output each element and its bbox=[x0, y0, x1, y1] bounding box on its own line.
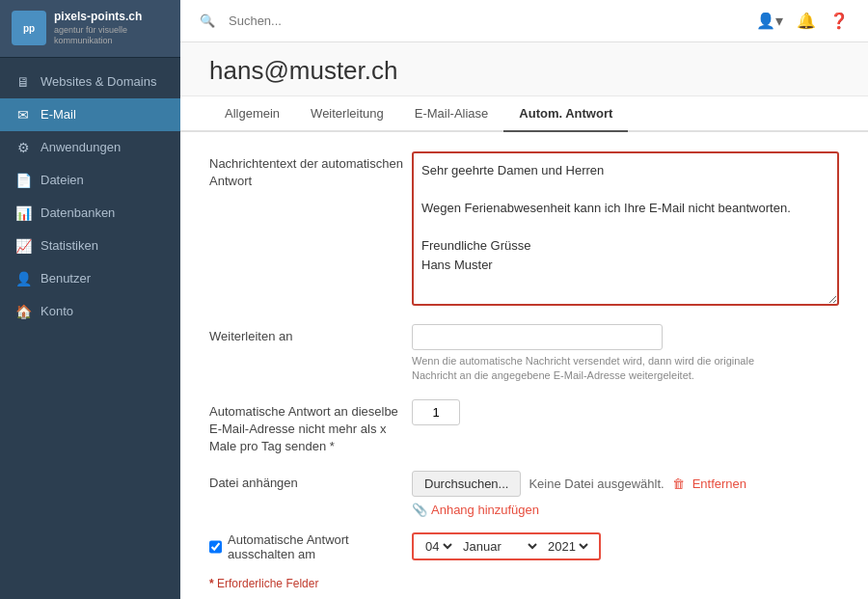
konto-icon: 🏠 bbox=[15, 304, 31, 319]
sidebar-item-email[interactable]: ✉ E-Mail bbox=[0, 98, 180, 131]
forward-label: Weiterleiten an bbox=[209, 324, 412, 345]
sidebar-label-benutzer: Benutzer bbox=[41, 271, 91, 286]
sidebar-item-benutzer[interactable]: 👤 Benutzer bbox=[0, 262, 180, 295]
page-header: hans@muster.ch bbox=[180, 42, 868, 96]
websites-icon: 🖥 bbox=[15, 74, 31, 90]
page-title: hans@muster.ch bbox=[209, 56, 839, 86]
email-icon: ✉ bbox=[15, 107, 31, 123]
help-icon[interactable]: ❓ bbox=[829, 12, 849, 30]
sidebar-item-dateien[interactable]: 📄 Dateien bbox=[0, 164, 180, 197]
limit-label: Automatische Antwort an dieselbe E-Mail-… bbox=[209, 399, 412, 456]
req-star: * bbox=[209, 577, 214, 590]
message-row: Nachrichtentext der automatischen Antwor… bbox=[209, 151, 839, 309]
forward-row: Weiterleiten an Wenn die automatische Na… bbox=[209, 324, 839, 384]
attach-row: Datei anhängen Durchsuchen... Keine Date… bbox=[209, 471, 839, 517]
topbar-icons: 👤▾ 🔔 ❓ bbox=[756, 12, 849, 30]
tab-weiterleitung[interactable]: Weiterleitung bbox=[295, 96, 399, 132]
tab-email-aliase[interactable]: E-Mail-Aliase bbox=[399, 96, 504, 132]
sidebar-item-datenbanken[interactable]: 📊 Datenbanken bbox=[0, 197, 180, 230]
tabs: Allgemein Weiterleitung E-Mail-Aliase Au… bbox=[180, 96, 868, 132]
browse-button[interactable]: Durchsuchen... bbox=[412, 471, 521, 497]
sidebar-label-anwendungen: Anwendungen bbox=[41, 140, 121, 154]
attach-label: Datei anhängen bbox=[209, 471, 412, 492]
statistiken-icon: 📈 bbox=[15, 238, 31, 254]
logo: pp pixels-points.ch agentur für visuelle… bbox=[0, 0, 180, 58]
req-note: * Erforderliche Felder bbox=[209, 577, 839, 590]
forward-control: Wenn die automatische Nachricht versende… bbox=[412, 324, 839, 384]
sidebar-label-websites: Websites & Domains bbox=[41, 74, 156, 89]
content-area: Nachrichtentext der automatischen Antwor… bbox=[180, 132, 868, 599]
date-selects: 04 Januar Februar März April Mai Juni Ju… bbox=[412, 532, 601, 560]
sidebar-label-konto: Konto bbox=[41, 304, 73, 318]
file-row: Durchsuchen... Keine Datei ausgewählt. 🗑… bbox=[412, 471, 839, 497]
auto-off-label[interactable]: Automatische Antwort ausschalten am bbox=[209, 532, 412, 561]
logo-icon: pp bbox=[12, 11, 46, 45]
add-attachment-label: Anhang hinzufügen bbox=[431, 503, 539, 517]
sidebar-item-websites-domains[interactable]: 🖥 Websites & Domains bbox=[0, 66, 180, 98]
auto-off-label-text: Automatische Antwort ausschalten am bbox=[228, 532, 412, 561]
limit-control bbox=[412, 399, 839, 425]
attach-control: Durchsuchen... Keine Datei ausgewählt. 🗑… bbox=[412, 471, 839, 517]
sidebar-item-statistiken[interactable]: 📈 Statistiken bbox=[0, 230, 180, 262]
auto-off-checkbox[interactable] bbox=[209, 540, 222, 554]
bell-icon[interactable]: 🔔 bbox=[797, 12, 816, 30]
sidebar-item-anwendungen[interactable]: ⚙ Anwendungen bbox=[0, 131, 180, 164]
logo-subtitle: agentur für visuelle kommunikation bbox=[54, 25, 169, 47]
add-attachment-link[interactable]: 📎 Anhang hinzufügen bbox=[412, 503, 839, 517]
anwendungen-icon: ⚙ bbox=[15, 140, 31, 155]
add-attachment-icon: 📎 bbox=[412, 503, 427, 517]
limit-row: Automatische Antwort an dieselbe E-Mail-… bbox=[209, 399, 839, 456]
benutzer-icon: 👤 bbox=[15, 271, 31, 286]
logo-domain: pixels-points.ch bbox=[54, 10, 169, 25]
sidebar-item-konto[interactable]: 🏠 Konto bbox=[0, 295, 180, 328]
sidebar-label-dateien: Dateien bbox=[41, 173, 84, 187]
sidebar-label-email: E-Mail bbox=[41, 107, 76, 122]
search-icon: 🔍 bbox=[200, 14, 215, 28]
main-content: 🔍 👤▾ 🔔 ❓ hans@muster.ch Allgemein Weiter… bbox=[180, 0, 868, 599]
forward-input[interactable] bbox=[412, 324, 663, 350]
datenbanken-icon: 📊 bbox=[15, 205, 31, 221]
day-select[interactable]: 04 bbox=[421, 538, 455, 555]
message-label: Nachrichtentext der automatischen Antwor… bbox=[209, 151, 412, 190]
search-box[interactable]: 🔍 bbox=[200, 9, 414, 33]
no-file-text: Keine Datei ausgewählt. bbox=[529, 476, 664, 491]
user-icon[interactable]: 👤▾ bbox=[756, 12, 783, 30]
remove-icon: 🗑 bbox=[672, 476, 685, 491]
month-select[interactable]: Januar Februar März April Mai Juni Juli … bbox=[459, 538, 540, 555]
form-body: Nachrichtentext der automatischen Antwor… bbox=[180, 132, 868, 599]
message-control: Sehr geehrte Damen und Herren Wegen Feri… bbox=[412, 151, 839, 309]
sidebar-label-datenbanken: Datenbanken bbox=[41, 205, 115, 220]
sidebar-nav: 🖥 Websites & Domains ✉ E-Mail ⚙ Anwendun… bbox=[0, 58, 180, 599]
limit-input[interactable] bbox=[412, 399, 460, 425]
req-note-text: Erforderliche Felder bbox=[217, 577, 318, 590]
message-textarea[interactable]: Sehr geehrte Damen und Herren Wegen Feri… bbox=[412, 151, 839, 306]
dateien-icon: 📄 bbox=[15, 173, 31, 188]
auto-off-row: Automatische Antwort ausschalten am 04 J… bbox=[209, 532, 839, 561]
forward-hint: Wenn die automatische Nachricht versende… bbox=[412, 354, 798, 384]
search-input[interactable] bbox=[221, 9, 414, 33]
sidebar: pp pixels-points.ch agentur für visuelle… bbox=[0, 0, 180, 599]
remove-link[interactable]: Entfernen bbox=[692, 476, 746, 491]
tab-autom-antwort[interactable]: Autom. Antwort bbox=[503, 96, 628, 132]
year-select[interactable]: 2021 bbox=[544, 538, 591, 555]
sidebar-label-statistiken: Statistiken bbox=[41, 238, 98, 253]
topbar: 🔍 👤▾ 🔔 ❓ bbox=[180, 0, 868, 42]
tab-allgemein[interactable]: Allgemein bbox=[209, 96, 295, 132]
